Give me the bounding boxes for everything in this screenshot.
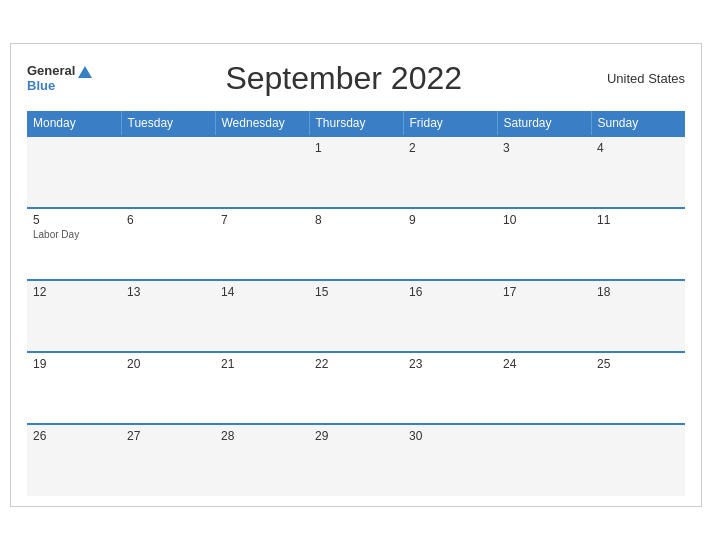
calendar-cell bbox=[215, 136, 309, 208]
calendar-cell: 3 bbox=[497, 136, 591, 208]
calendar-cell: 13 bbox=[121, 280, 215, 352]
calendar-cell bbox=[497, 424, 591, 496]
calendar-week-row: 5Labor Day67891011 bbox=[27, 208, 685, 280]
day-number: 19 bbox=[33, 357, 115, 371]
calendar-cell: 26 bbox=[27, 424, 121, 496]
day-number: 13 bbox=[127, 285, 209, 299]
weekday-header-saturday: Saturday bbox=[497, 111, 591, 136]
calendar-cell: 18 bbox=[591, 280, 685, 352]
calendar-cell: 7 bbox=[215, 208, 309, 280]
day-number: 26 bbox=[33, 429, 115, 443]
calendar-week-row: 12131415161718 bbox=[27, 280, 685, 352]
calendar-cell: 28 bbox=[215, 424, 309, 496]
weekday-header-monday: Monday bbox=[27, 111, 121, 136]
calendar-cell bbox=[591, 424, 685, 496]
day-number: 21 bbox=[221, 357, 303, 371]
day-number: 7 bbox=[221, 213, 303, 227]
calendar-cell: 1 bbox=[309, 136, 403, 208]
calendar-cell: 2 bbox=[403, 136, 497, 208]
weekday-header-sunday: Sunday bbox=[591, 111, 685, 136]
calendar-cell: 10 bbox=[497, 208, 591, 280]
calendar-cell: 19 bbox=[27, 352, 121, 424]
weekday-header-friday: Friday bbox=[403, 111, 497, 136]
weekday-header-thursday: Thursday bbox=[309, 111, 403, 136]
calendar-country: United States bbox=[595, 71, 685, 86]
day-number: 17 bbox=[503, 285, 585, 299]
day-number: 16 bbox=[409, 285, 491, 299]
calendar-title: September 2022 bbox=[92, 60, 595, 97]
calendar-cell: 6 bbox=[121, 208, 215, 280]
day-number: 1 bbox=[315, 141, 397, 155]
day-number: 4 bbox=[597, 141, 679, 155]
day-number: 5 bbox=[33, 213, 115, 227]
day-number: 14 bbox=[221, 285, 303, 299]
weekday-header-wednesday: Wednesday bbox=[215, 111, 309, 136]
calendar-week-row: 19202122232425 bbox=[27, 352, 685, 424]
day-number: 2 bbox=[409, 141, 491, 155]
day-number: 10 bbox=[503, 213, 585, 227]
calendar-cell: 12 bbox=[27, 280, 121, 352]
day-number: 12 bbox=[33, 285, 115, 299]
calendar-cell: 24 bbox=[497, 352, 591, 424]
calendar-week-row: 1234 bbox=[27, 136, 685, 208]
day-number: 3 bbox=[503, 141, 585, 155]
calendar-cell: 14 bbox=[215, 280, 309, 352]
calendar-cell: 11 bbox=[591, 208, 685, 280]
calendar-cell: 17 bbox=[497, 280, 591, 352]
calendar-week-row: 2627282930 bbox=[27, 424, 685, 496]
logo-general-text: General bbox=[27, 64, 92, 78]
weekday-header-tuesday: Tuesday bbox=[121, 111, 215, 136]
calendar-cell: 8 bbox=[309, 208, 403, 280]
calendar-cell bbox=[27, 136, 121, 208]
logo-blue-text: Blue bbox=[27, 79, 92, 93]
day-number: 25 bbox=[597, 357, 679, 371]
weekday-header-row: MondayTuesdayWednesdayThursdayFridaySatu… bbox=[27, 111, 685, 136]
calendar-cell: 25 bbox=[591, 352, 685, 424]
calendar-cell: 4 bbox=[591, 136, 685, 208]
day-event: Labor Day bbox=[33, 229, 115, 240]
calendar-cell: 20 bbox=[121, 352, 215, 424]
day-number: 6 bbox=[127, 213, 209, 227]
day-number: 23 bbox=[409, 357, 491, 371]
day-number: 30 bbox=[409, 429, 491, 443]
calendar-grid: MondayTuesdayWednesdayThursdayFridaySatu… bbox=[27, 111, 685, 496]
day-number: 11 bbox=[597, 213, 679, 227]
logo: General Blue bbox=[27, 64, 92, 93]
calendar-container: General Blue September 2022 United State… bbox=[10, 43, 702, 507]
calendar-cell: 23 bbox=[403, 352, 497, 424]
day-number: 8 bbox=[315, 213, 397, 227]
calendar-cell: 30 bbox=[403, 424, 497, 496]
calendar-header: General Blue September 2022 United State… bbox=[27, 60, 685, 97]
calendar-cell bbox=[121, 136, 215, 208]
day-number: 28 bbox=[221, 429, 303, 443]
calendar-cell: 15 bbox=[309, 280, 403, 352]
day-number: 29 bbox=[315, 429, 397, 443]
logo-triangle-icon bbox=[78, 66, 92, 78]
calendar-cell: 21 bbox=[215, 352, 309, 424]
day-number: 15 bbox=[315, 285, 397, 299]
day-number: 18 bbox=[597, 285, 679, 299]
day-number: 27 bbox=[127, 429, 209, 443]
calendar-cell: 9 bbox=[403, 208, 497, 280]
day-number: 22 bbox=[315, 357, 397, 371]
day-number: 20 bbox=[127, 357, 209, 371]
calendar-cell: 22 bbox=[309, 352, 403, 424]
day-number: 24 bbox=[503, 357, 585, 371]
calendar-cell: 27 bbox=[121, 424, 215, 496]
calendar-cell: 29 bbox=[309, 424, 403, 496]
calendar-cell: 16 bbox=[403, 280, 497, 352]
day-number: 9 bbox=[409, 213, 491, 227]
calendar-cell: 5Labor Day bbox=[27, 208, 121, 280]
